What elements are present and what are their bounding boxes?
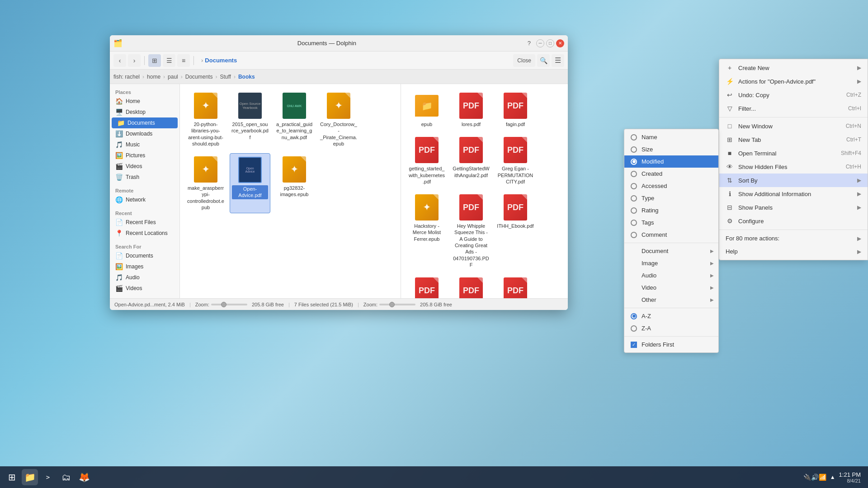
menu-show-additional[interactable]: ℹ Show Additional Information ▶: [719, 187, 868, 201]
file-item-epub2[interactable]: ✦ Cory_Doctorow_-_Pirate_Cinema.epub: [318, 89, 359, 150]
search-button[interactable]: 🔍: [537, 54, 550, 67]
taskbar-file-manager[interactable]: 🗂: [58, 469, 74, 485]
close-button[interactable]: ✕: [556, 39, 564, 47]
sidebar-item-home[interactable]: 🏠 Home: [110, 96, 179, 107]
egan-icon-wrap: PDF: [503, 136, 528, 164]
sort-image[interactable]: Image: [624, 257, 718, 269]
file-item-pdf-selected[interactable]: OpenAdvice Open-Advice.pdf: [230, 153, 270, 213]
taskbar-files[interactable]: 📁: [22, 469, 38, 485]
file-item-whipple[interactable]: PDF Hey Whipple Squeeze This - A Guide t…: [451, 191, 491, 271]
nav-documents[interactable]: Documents: [185, 74, 213, 80]
file-item-kubernetes[interactable]: PDF getting_started_with_kubernetes.pdf: [406, 134, 447, 188]
toolbar-right: Close 🔍 ☰: [513, 54, 564, 67]
file-item-epub3[interactable]: ✦ make_araspberrypi-controlledrobot.epub: [185, 153, 226, 213]
menu-new-window[interactable]: □ New Window Ctrl+N: [719, 119, 868, 133]
file-item-ithh[interactable]: PDF ITHH_Ebook.pdf: [495, 191, 536, 271]
menu-actions[interactable]: ⚡ Actions for "Open-Advice.pdf" ▶: [719, 75, 868, 88]
sidebar-item-search-images[interactable]: 🖼️ Images: [110, 261, 179, 272]
zoom-control-right[interactable]: Zoom:: [363, 302, 415, 307]
nav-home[interactable]: home: [147, 74, 160, 80]
file-item-pdf1[interactable]: Open SourceYearbook 2015_open_source_yea…: [230, 89, 270, 150]
file-item-folder-epub[interactable]: 📁 epub: [406, 89, 447, 130]
sort-a-z[interactable]: A-Z: [624, 310, 718, 322]
menu-configure[interactable]: ⚙ Configure: [719, 214, 868, 228]
zoom-slider-left[interactable]: [211, 304, 247, 305]
sort-folders-first[interactable]: ✓ Folders First: [624, 338, 718, 351]
menu-create-new[interactable]: + Create New ▶: [719, 61, 868, 75]
menu-undo-copy[interactable]: ↩ Undo: Copy Ctrl+Z: [719, 88, 868, 102]
file-item-pdf2[interactable]: GNU AWK a_practical_guide_to_learning_gn…: [274, 89, 315, 150]
sidebar-item-videos[interactable]: 🎬 Videos: [110, 161, 179, 172]
menu-new-tab[interactable]: ⊞ New Tab Ctrl+T: [719, 133, 868, 146]
sidebar-item-pictures[interactable]: 🖼️ Pictures: [110, 150, 179, 161]
zoom-slider-right[interactable]: [379, 304, 415, 305]
menu-sort-by[interactable]: ⇅ Sort By ▶: [719, 174, 868, 187]
sort-audio[interactable]: Audio: [624, 269, 718, 282]
nav-paul[interactable]: paul: [168, 74, 178, 80]
maximize-button[interactable]: □: [546, 39, 554, 47]
sidebar-item-trash[interactable]: 🗑️ Trash: [110, 172, 179, 183]
sort-rating[interactable]: Rating: [624, 204, 718, 216]
minimize-button[interactable]: ─: [536, 39, 544, 47]
close-panel-button[interactable]: Close: [513, 54, 535, 67]
sort-other[interactable]: Other: [624, 294, 718, 306]
file-item-latex[interactable]: PDF latex.pdf: [406, 274, 447, 298]
menu-open-terminal[interactable]: ■ Open Terminal Shift+F4: [719, 146, 868, 160]
menu-show-panels[interactable]: ⊟ Show Panels ▶: [719, 201, 868, 214]
sidebar-item-desktop[interactable]: 🖥️ Desktop: [110, 107, 179, 117]
sort-size[interactable]: Size: [624, 143, 718, 155]
file-item-epub4[interactable]: ✦ pg32832-images.epub: [274, 153, 315, 213]
taskbar-terminal[interactable]: >: [40, 469, 56, 485]
sidebar-label-home: Home: [126, 98, 140, 104]
sort-comment[interactable]: Comment: [624, 229, 718, 241]
zoom-thumb-right[interactable]: [389, 302, 395, 307]
forward-button[interactable]: ›: [128, 54, 141, 67]
menu-filter[interactable]: ▽ Filter... Ctrl+I: [719, 102, 868, 115]
zoom-thumb-left[interactable]: [221, 302, 226, 307]
file-item-angular[interactable]: PDF GettingStartedWithAngular2.pdf: [451, 134, 491, 188]
file-item-lua[interactable]: PDF luarefv51.pdf: [495, 274, 536, 298]
sidebar-item-recent-files[interactable]: 📄 Recent Files: [110, 217, 179, 228]
sidebar-item-documents[interactable]: 📁 Documents: [112, 117, 178, 128]
sidebar-item-network[interactable]: 🌐 Network: [110, 194, 179, 205]
sort-created[interactable]: Created: [624, 168, 718, 180]
sort-type[interactable]: Type: [624, 192, 718, 204]
file-item-learnx[interactable]: PDF learnxinyminutes.pdf: [451, 274, 491, 298]
sort-document[interactable]: Document: [624, 245, 718, 257]
sidebar-item-downloads[interactable]: ⬇️ Downloads: [110, 128, 179, 139]
nav-books[interactable]: Books: [238, 74, 255, 80]
menu-help[interactable]: Help ▶: [719, 245, 868, 258]
sort-accessed[interactable]: Accessed: [624, 180, 718, 192]
menu-show-hidden[interactable]: 👁 Show Hidden Files Ctrl+H: [719, 160, 868, 174]
nav-fish[interactable]: fish: rachel: [113, 74, 140, 80]
file-item-epub1[interactable]: ✦ 20-python-libraries-you-arent-using-bu…: [185, 89, 226, 150]
learnx-icon: PDF: [459, 277, 483, 298]
sort-modified[interactable]: Modified: [624, 155, 718, 168]
view-detail-button[interactable]: ≡: [177, 54, 190, 67]
sidebar-item-search-audio[interactable]: 🎵 Audio: [110, 272, 179, 283]
sidebar-item-music[interactable]: 🎵 Music: [110, 139, 179, 150]
zoom-control-left[interactable]: Zoom:: [195, 302, 247, 307]
view-compact-button[interactable]: ☰: [163, 54, 175, 67]
sort-tags[interactable]: Tags: [624, 216, 718, 229]
sidebar-item-search-documents[interactable]: 📄 Documents: [110, 250, 179, 261]
back-button[interactable]: ‹: [113, 54, 126, 67]
sort-video[interactable]: Video: [624, 282, 718, 294]
sort-name[interactable]: Name: [624, 131, 718, 143]
taskbar-show-desktop[interactable]: ⊞: [4, 469, 20, 485]
new-window-label: New Window: [738, 123, 841, 130]
file-item-egan[interactable]: PDF Greg Egan - PERMUTATION CITY.pdf: [495, 134, 536, 188]
breadcrumb-current[interactable]: Documents: [205, 57, 237, 64]
taskbar-browser[interactable]: 🦊: [76, 469, 92, 485]
help-button[interactable]: ?: [528, 40, 531, 47]
hamburger-button[interactable]: ☰: [552, 54, 564, 67]
file-item-lores[interactable]: PDF lores.pdf: [451, 89, 491, 130]
file-item-hackstory[interactable]: ✦ Hackstory - Merce Molist Ferrer.epub: [406, 191, 447, 271]
sort-z-a[interactable]: Z-A: [624, 322, 718, 334]
menu-more-actions[interactable]: For 80 more actions: ▶: [719, 232, 868, 245]
sidebar-item-search-videos[interactable]: 🎬 Videos: [110, 283, 179, 294]
nav-stuff[interactable]: Stuff: [220, 74, 231, 80]
file-item-fagin[interactable]: PDF fagin.pdf: [495, 89, 536, 130]
view-icons-button[interactable]: ⊞: [148, 54, 161, 67]
sidebar-item-recent-locations[interactable]: 📍 Recent Locations: [110, 228, 179, 239]
